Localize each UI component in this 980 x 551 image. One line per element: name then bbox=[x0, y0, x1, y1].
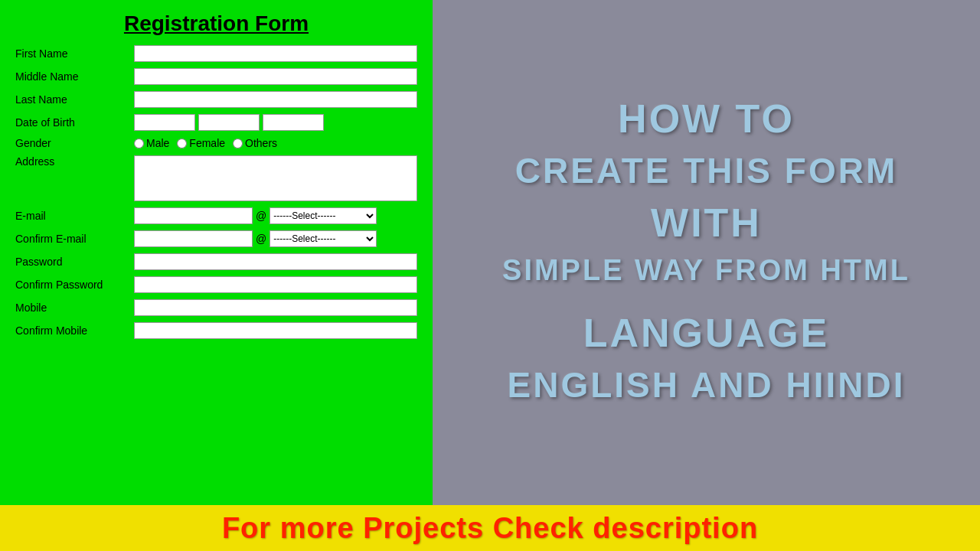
middle-name-row: Middle Name bbox=[15, 68, 417, 85]
password-row: Password bbox=[15, 253, 417, 270]
gender-others-radio[interactable] bbox=[233, 139, 243, 148]
right-line-1: HOW TO bbox=[502, 93, 910, 145]
confirm-password-row: Confirm Password bbox=[15, 276, 417, 293]
first-name-input[interactable] bbox=[134, 45, 417, 62]
right-panel: HOW TO CREATE THIS FORM WITH SIMPLE WAY … bbox=[433, 0, 980, 505]
mobile-input[interactable] bbox=[134, 299, 417, 316]
gender-female-radio[interactable] bbox=[177, 139, 187, 148]
right-panel-text: HOW TO CREATE THIS FORM WITH SIMPLE WAY … bbox=[502, 93, 910, 412]
address-textarea[interactable] bbox=[134, 155, 417, 201]
bottom-banner: For more Projects Check description bbox=[0, 505, 980, 551]
right-line-3: WITH bbox=[502, 197, 910, 249]
email-label: E-mail bbox=[15, 210, 134, 222]
confirm-mobile-row: Confirm Mobile bbox=[15, 322, 417, 339]
last-name-row: Last Name bbox=[15, 91, 417, 108]
confirm-password-input[interactable] bbox=[134, 276, 417, 293]
email-domain-select[interactable]: ------Select------ gmail.com yahoo.com o… bbox=[270, 207, 377, 224]
form-title: Registration Form bbox=[15, 11, 417, 36]
first-name-label: First Name bbox=[15, 47, 134, 60]
dob-month-input[interactable] bbox=[198, 114, 260, 131]
gender-group: Male Female Others bbox=[134, 137, 417, 149]
password-label: Password bbox=[15, 256, 134, 268]
email-row: E-mail @ ------Select------ gmail.com ya… bbox=[15, 207, 417, 224]
mobile-row: Mobile bbox=[15, 299, 417, 316]
confirm-at-symbol: @ bbox=[256, 233, 266, 245]
first-name-row: First Name bbox=[15, 45, 417, 62]
last-name-input[interactable] bbox=[134, 91, 417, 108]
bottom-banner-text: For more Projects Check description bbox=[222, 512, 758, 545]
confirm-mobile-input[interactable] bbox=[134, 322, 417, 339]
dob-day-input[interactable] bbox=[134, 114, 195, 131]
gender-male-option[interactable]: Male bbox=[134, 137, 169, 149]
confirm-password-label: Confirm Password bbox=[15, 279, 134, 291]
gender-female-label: Female bbox=[189, 137, 225, 149]
confirm-email-input[interactable] bbox=[134, 230, 253, 247]
gender-female-option[interactable]: Female bbox=[177, 137, 225, 149]
confirm-email-label: Confirm E-mail bbox=[15, 233, 134, 245]
mobile-label: Mobile bbox=[15, 302, 134, 314]
at-symbol: @ bbox=[256, 210, 266, 222]
middle-name-label: Middle Name bbox=[15, 70, 134, 83]
right-spacer bbox=[502, 292, 910, 308]
registration-form-panel: Registration Form First Name Middle Name… bbox=[0, 0, 433, 505]
confirm-email-row: Confirm E-mail @ ------Select------ gmai… bbox=[15, 230, 417, 247]
dob-row: Date of Birth bbox=[15, 114, 417, 131]
gender-others-option[interactable]: Others bbox=[233, 137, 277, 149]
email-input[interactable] bbox=[134, 207, 253, 224]
password-input[interactable] bbox=[134, 253, 417, 270]
gender-male-radio[interactable] bbox=[134, 139, 144, 148]
last-name-label: Last Name bbox=[15, 93, 134, 106]
confirm-email-group: @ ------Select------ gmail.com yahoo.com… bbox=[134, 230, 417, 247]
address-label: Address bbox=[15, 155, 134, 168]
confirm-email-domain-select[interactable]: ------Select------ gmail.com yahoo.com o… bbox=[270, 230, 377, 247]
email-group: @ ------Select------ gmail.com yahoo.com… bbox=[134, 207, 417, 224]
dob-group bbox=[134, 114, 417, 131]
confirm-mobile-label: Confirm Mobile bbox=[15, 324, 134, 337]
right-line-2: CREATE THIS FORM bbox=[502, 148, 910, 194]
right-line-4: SIMPLE WAY FROM HTML bbox=[502, 252, 910, 289]
dob-year-input[interactable] bbox=[263, 114, 324, 131]
dob-label: Date of Birth bbox=[15, 116, 134, 129]
gender-others-label: Others bbox=[245, 137, 277, 149]
right-line-5: LANGUAGE bbox=[502, 308, 910, 360]
address-row: Address bbox=[15, 155, 417, 201]
gender-row: Gender Male Female Others bbox=[15, 137, 417, 149]
right-line-6: ENGLISH AND HIINDI bbox=[502, 363, 910, 409]
gender-label: Gender bbox=[15, 137, 134, 149]
gender-male-label: Male bbox=[146, 137, 169, 149]
middle-name-input[interactable] bbox=[134, 68, 417, 85]
